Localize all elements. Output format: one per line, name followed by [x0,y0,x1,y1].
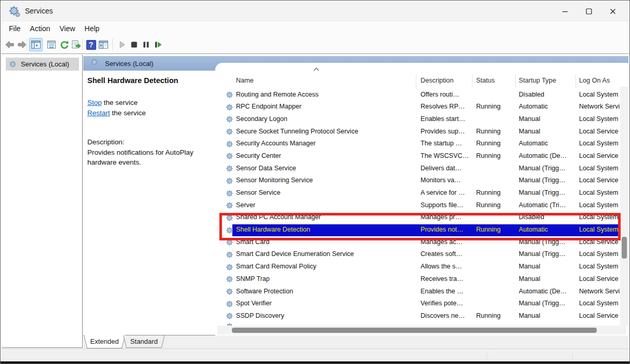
service-description-pane: Shell Hardware Detection Stop the servic… [83,71,215,335]
column-header-status[interactable]: Status [476,77,495,84]
column-divider[interactable] [515,74,516,88]
restart-service-link[interactable]: Restart [87,109,110,117]
service-gear-icon [226,288,233,295]
service-name: Secure Socket Tunneling Protocol Service [236,128,358,135]
menu-view[interactable]: View [55,23,80,34]
service-description: Allows the s… [421,263,474,270]
menu-help[interactable]: Help [80,23,104,34]
maximize-button[interactable] [577,1,601,22]
stop-service-link[interactable]: Stop [87,99,102,106]
table-row[interactable]: Smart Card Device Enumeration Service Cr… [215,249,620,261]
column-header-name[interactable]: Name [236,77,254,84]
service-description: Delivers dat… [421,165,474,172]
properties-button[interactable] [45,38,58,51]
service-status: Running [476,140,501,147]
tree-item-services-local[interactable]: Services (Local) [6,58,79,71]
table-row[interactable]: SNMP Trap Receives tra… Manual Local Ser… [215,273,620,286]
table-row[interactable]: Sensor Data Service Delivers dat… Manual… [215,163,620,175]
vertical-scrollbar-thumb[interactable] [622,237,627,259]
table-row[interactable]: Routing and Remote Access Offers routi… … [215,89,620,101]
show-action-pane-button[interactable] [97,38,110,51]
service-gear-icon [226,140,233,148]
service-rows: Routing and Remote Access Offers routi… … [215,89,620,322]
export-list-button[interactable] [69,38,83,51]
column-header-description[interactable]: Description [421,77,453,84]
service-name: Sensor Service [236,189,280,196]
table-row[interactable]: Security Center The WSCSVC… Running Auto… [215,150,620,163]
table-row[interactable]: RPC Endpoint Mapper Resolves RP… Running… [215,101,620,114]
menu-file[interactable]: File [4,23,25,34]
services-list-panel: Name Description Status Startup Type Log… [215,63,628,335]
table-row[interactable]: Server Supports file… Running Automatic … [215,199,620,212]
column-header-log-on-as[interactable]: Log On As [579,77,610,84]
table-row[interactable]: Software Protection Enables the … Automa… [215,286,620,298]
window-title: Services [25,7,53,15]
service-gear-icon [90,58,98,66]
column-header-startup-type[interactable]: Startup Type [519,77,556,84]
service-logon-as: Local System [579,213,620,221]
service-gear-icon [226,214,233,222]
service-gear-icon [226,103,233,111]
table-row[interactable]: Shared PC Account Manager Manages pr… Di… [215,212,620,224]
vertical-scrollbar[interactable] [620,87,628,326]
restart-service-button[interactable] [151,38,165,51]
service-logon-as: Local System [579,165,620,172]
description-label: Description: [87,137,211,147]
service-logon-as: Local Service [579,177,620,184]
table-row[interactable]: Security Accounts Manager The startup … … [215,138,620,151]
service-gear-icon [226,251,233,259]
service-logon-as: Network Service [579,288,620,295]
service-gear-icon [226,226,233,234]
status-bar-divider [487,350,487,361]
show-console-tree-button[interactable] [29,38,43,51]
service-gear-icon [226,263,233,271]
service-gear-icon [226,214,233,222]
column-divider[interactable] [472,74,472,88]
service-gear-icon [226,251,233,259]
console-tree-panel: Services (Local) [2,55,83,348]
close-button[interactable] [601,1,625,22]
description-text: Provides notifications for AutoPlay hard… [87,147,211,168]
service-description: Manages pr… [421,213,474,221]
service-startup-type: Manual [519,115,574,123]
service-name: Security Center [236,152,281,159]
service-startup-type: Manual (Trigg… [519,189,574,196]
tab-standard[interactable]: Standard [125,335,163,348]
title-bar: Services [1,1,629,21]
table-row[interactable]: Spot Verifier Verifies pote… Manual (Tri… [215,298,620,311]
table-row[interactable]: Shell Hardware Detection Provides not… R… [215,224,620,237]
menu-action[interactable]: Action [25,23,55,34]
table-row[interactable]: Sensor Monitoring Service Monitors va… M… [215,175,620,187]
table-row[interactable]: Smart Card Removal Policy Allows the s… … [215,261,620,274]
help-button[interactable]: ? [84,38,98,51]
service-description: Provides sup… [421,128,474,135]
service-name: Smart Card [236,238,269,246]
table-row[interactable]: SSDP Discovery Discovers ne… Running Man… [215,310,620,322]
service-description: Manages ac… [421,238,474,246]
table-row[interactable]: Smart Card Manages ac… Manual (Trigg… Lo… [215,236,620,249]
table-row[interactable]: Sensor Service A service for … Running M… [215,187,620,200]
main-panel: Services (Local) Shell Hardware Detectio… [83,55,628,335]
service-startup-type: Manual (Trigg… [519,177,574,184]
tab-extended[interactable]: Extended [85,335,124,348]
service-gear-icon [226,275,233,283]
service-status: Running [476,128,501,135]
service-gear-icon [226,190,233,197]
service-gear-icon [226,165,233,172]
minimize-button[interactable] [553,1,577,22]
table-row[interactable]: Secondary Logon Enables start… Manual Lo… [215,113,620,126]
service-name: Smart Card Device Enumeration Service [236,250,354,258]
horizontal-scrollbar[interactable] [217,326,626,334]
service-startup-type: Manual (Trigg… [519,300,574,307]
service-logon-as: Local Service [579,152,620,159]
service-name: Sensor Monitoring Service [236,177,313,184]
table-row[interactable]: Secure Socket Tunneling Protocol Service… [215,126,620,138]
column-divider[interactable] [575,74,576,88]
services-gear-icon [90,58,98,66]
question-mark-icon: ? [86,40,96,50]
service-logon-as: Local Service [579,275,620,282]
service-logon-as: Local System [579,263,620,270]
horizontal-scrollbar-thumb[interactable] [232,328,597,333]
column-divider[interactable] [416,74,416,88]
service-gear-icon [226,275,233,283]
